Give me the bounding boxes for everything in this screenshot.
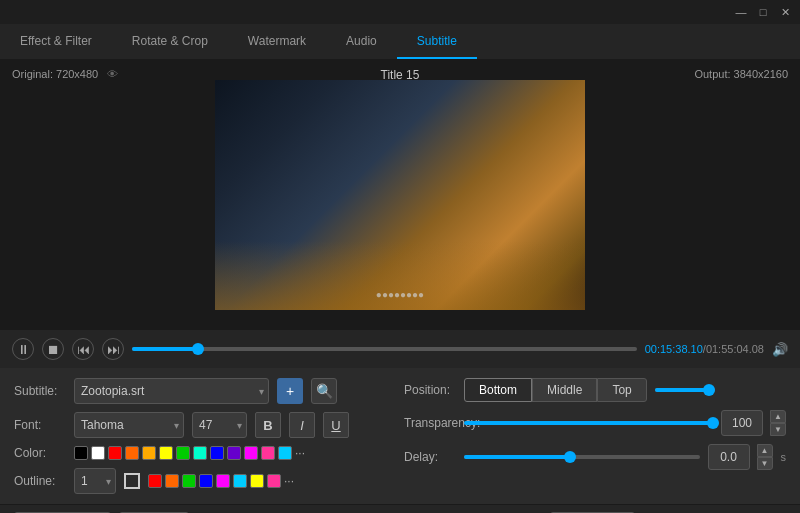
tab-effect-filter[interactable]: Effect & Filter: [0, 24, 112, 59]
delay-down[interactable]: ▼: [757, 457, 773, 470]
pause-button[interactable]: ⏸: [12, 338, 34, 360]
font-size-select[interactable]: 47: [192, 412, 247, 438]
transparency-fill: [464, 421, 713, 425]
outline-more-colors[interactable]: ···: [284, 474, 294, 488]
subtitle-row: Subtitle: Zootopia.srt + 🔍: [14, 378, 384, 404]
search-subtitle-button[interactable]: 🔍: [311, 378, 337, 404]
transport-bar: ⏸ ⏹ ⏮ ⏭ 00:15:38.10/01:55:04.08 🔊: [0, 330, 800, 368]
italic-button[interactable]: I: [289, 412, 315, 438]
transparency-up[interactable]: ▲: [770, 410, 786, 423]
time-display: 00:15:38.10/01:55:04.08: [645, 343, 764, 355]
output-label: Output: 3840x2160: [694, 68, 788, 80]
title-bar: ― □ ✕: [0, 0, 800, 24]
transparency-thumb: [707, 417, 719, 429]
delay-value[interactable]: [708, 444, 750, 470]
color-row: Color: ···: [14, 446, 384, 460]
progress-bar[interactable]: [132, 347, 637, 351]
delay-spinner: ▲ ▼: [757, 444, 773, 470]
position-middle-button[interactable]: Middle: [532, 378, 597, 402]
swatch-teal[interactable]: [193, 446, 207, 460]
position-row: Position: Bottom Middle Top: [404, 378, 786, 402]
delay-thumb: [564, 451, 576, 463]
delay-row: Delay: ▲ ▼ s: [404, 444, 786, 470]
volume-icon[interactable]: 🔊: [772, 342, 788, 357]
delay-slider[interactable]: [464, 455, 700, 459]
outline-swatch-blue[interactable]: [199, 474, 213, 488]
minimize-button[interactable]: ―: [734, 5, 748, 19]
transparency-slider[interactable]: [464, 421, 713, 425]
transparency-value[interactable]: [721, 410, 763, 436]
transparency-spinner: ▲ ▼: [770, 410, 786, 436]
swatch-blue[interactable]: [210, 446, 224, 460]
underline-button[interactable]: U: [323, 412, 349, 438]
outline-swatch-red[interactable]: [148, 474, 162, 488]
delay-fill: [464, 455, 570, 459]
outline-color-box[interactable]: [124, 473, 140, 489]
swatch-black[interactable]: [74, 446, 88, 460]
original-label: Original: 720x480 👁: [12, 68, 118, 80]
transparency-down[interactable]: ▼: [770, 423, 786, 436]
tab-audio[interactable]: Audio: [326, 24, 397, 59]
swatch-magenta[interactable]: [244, 446, 258, 460]
transparency-row: Transparency: ▲ ▼: [404, 410, 786, 436]
delay-unit: s: [781, 451, 787, 463]
tab-watermark[interactable]: Watermark: [228, 24, 326, 59]
progress-fill: [132, 347, 198, 351]
left-controls: Subtitle: Zootopia.srt + 🔍 Font: Tahoma: [14, 378, 384, 494]
outline-swatch-yellow[interactable]: [250, 474, 264, 488]
font-row: Font: Tahoma 47 B I U: [14, 412, 384, 438]
tabs-bar: Effect & Filter Rotate & Crop Watermark …: [0, 24, 800, 60]
stop-button[interactable]: ⏹: [42, 338, 64, 360]
position-slider[interactable]: [655, 388, 715, 392]
tab-rotate-crop[interactable]: Rotate & Crop: [112, 24, 228, 59]
position-fill: [655, 388, 709, 392]
swatch-orange[interactable]: [125, 446, 139, 460]
delay-label: Delay:: [404, 450, 456, 464]
position-buttons: Bottom Middle Top: [464, 378, 647, 402]
subtitle-label: Subtitle:: [14, 384, 66, 398]
maximize-button[interactable]: □: [756, 5, 770, 19]
swatch-purple[interactable]: [227, 446, 241, 460]
font-name-select[interactable]: Tahoma: [74, 412, 184, 438]
font-size-wrapper: 47: [192, 412, 247, 438]
subtitle-select-wrapper: Zootopia.srt: [74, 378, 269, 404]
outline-label: Outline:: [14, 474, 66, 488]
more-colors-button[interactable]: ···: [295, 446, 305, 460]
outline-swatches: ···: [148, 474, 294, 488]
video-thumbnail: ●●●●●●●●: [215, 80, 585, 310]
swatch-green[interactable]: [176, 446, 190, 460]
next-button[interactable]: ⏭: [102, 338, 124, 360]
position-bottom-button[interactable]: Bottom: [464, 378, 532, 402]
position-label: Position:: [404, 383, 456, 397]
outline-swatch-orange[interactable]: [165, 474, 179, 488]
swatch-amber[interactable]: [142, 446, 156, 460]
add-subtitle-button[interactable]: +: [277, 378, 303, 404]
outline-swatch-cyan[interactable]: [233, 474, 247, 488]
position-top-button[interactable]: Top: [597, 378, 646, 402]
controls-panel: Subtitle: Zootopia.srt + 🔍 Font: Tahoma: [0, 368, 800, 504]
close-button[interactable]: ✕: [778, 5, 792, 19]
eye-icon[interactable]: 👁: [107, 68, 118, 80]
tab-subtitle[interactable]: Subtitle: [397, 24, 477, 59]
swatch-yellow[interactable]: [159, 446, 173, 460]
outline-swatch-magenta[interactable]: [216, 474, 230, 488]
swatch-red[interactable]: [108, 446, 122, 460]
prev-button[interactable]: ⏮: [72, 338, 94, 360]
outline-select[interactable]: 1: [74, 468, 116, 494]
color-swatches: ···: [74, 446, 305, 460]
bottom-bar: Apply to All Reset Reset All OK Cancel: [0, 504, 800, 513]
video-area: Original: 720x480 👁 Title 15 Output: 384…: [0, 60, 800, 330]
outline-swatch-pink[interactable]: [267, 474, 281, 488]
swatch-pink[interactable]: [261, 446, 275, 460]
progress-thumb: [192, 343, 204, 355]
swatch-cyan[interactable]: [278, 446, 292, 460]
subtitle-select[interactable]: Zootopia.srt: [74, 378, 269, 404]
outline-row: Outline: 1 ···: [14, 468, 384, 494]
bold-button[interactable]: B: [255, 412, 281, 438]
swatch-white[interactable]: [91, 446, 105, 460]
delay-up[interactable]: ▲: [757, 444, 773, 457]
right-controls: Position: Bottom Middle Top Transparency…: [404, 378, 786, 494]
outline-swatch-green[interactable]: [182, 474, 196, 488]
position-thumb: [703, 384, 715, 396]
font-select-wrapper: Tahoma: [74, 412, 184, 438]
